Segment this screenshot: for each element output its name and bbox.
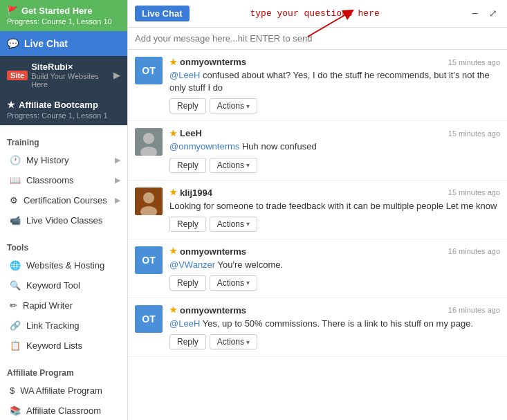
chat-container: Live Chat type your questions here − ⤢ [128, 0, 507, 420]
mention-4: @VWanzer [169, 259, 215, 270]
sidebar-item-certification[interactable]: ⚙ Certification Courses ▶ [0, 190, 127, 210]
chat-input[interactable] [135, 33, 500, 44]
message-time-5: 16 minutes ago [448, 306, 500, 314]
reply-button-2[interactable]: Reply [169, 158, 206, 173]
sidebar-affiliate-bootcamp[interactable]: ★ Affiliate Bootcamp Progress: Course 1,… [0, 94, 127, 125]
flag-icon: 🚩 [7, 6, 18, 16]
sidebar-item-rapid-writer[interactable]: ✏ Rapid Writer [0, 295, 127, 316]
minimize-button[interactable]: − [469, 8, 481, 20]
table-row: ★ LeeH 15 minutes ago @onmyownterms Huh … [128, 121, 507, 180]
message-time-2: 15 minutes ago [448, 129, 500, 138]
sidebar: 🚩 Get Started Here Progress: Course 1, L… [0, 0, 128, 420]
sidebar-site-rubix[interactable]: Site SiteRubi× Build Your Websites Here … [0, 56, 127, 94]
affiliate-bootcamp-progress: Progress: Course 1, Lesson 1 [7, 111, 120, 120]
keyword-label: Keyword Tool [26, 280, 80, 291]
actions-label-3: Actions [217, 219, 244, 229]
avatar: OT [135, 305, 163, 333]
message-header-1: ★ onmyownterms 15 minutes ago [169, 57, 500, 67]
message-actions-2: Reply Actions ▾ [169, 158, 500, 173]
mention-5: @LeeH [169, 318, 200, 329]
actions-button-1[interactable]: Actions ▾ [210, 98, 257, 113]
section-label-training: Training [0, 131, 127, 150]
author-name-1: onmyownterms [180, 57, 246, 67]
reply-button-1[interactable]: Reply [169, 98, 206, 113]
sidebar-item-affiliate-classroom[interactable]: 📚 Affiliate Classroom [0, 401, 127, 420]
actions-button-3[interactable]: Actions ▾ [210, 217, 257, 232]
affiliate-classroom-label: Affiliate Classroom [26, 405, 101, 416]
message-time-1: 15 minutes ago [448, 58, 500, 66]
message-text-3: Looking for someone to trade feedback wi… [169, 200, 500, 212]
star-icon-4: ★ [169, 246, 177, 256]
sidebar-item-live-video[interactable]: 📹 Live Video Classes [0, 210, 127, 230]
caret-icon-4: ▾ [246, 279, 250, 286]
section-label-tools: Tools [0, 236, 127, 255]
chat-input-area [128, 28, 507, 50]
sidebar-item-classrooms[interactable]: 📖 Classrooms ▶ [0, 170, 127, 190]
message-header-2: ★ LeeH 15 minutes ago [169, 128, 500, 138]
avatar: OT [135, 246, 163, 274]
video-icon: 📹 [10, 215, 21, 226]
message-body-5: ★ onmyownterms 16 minutes ago @LeeH Yes,… [169, 305, 500, 349]
table-row: OT ★ onmyownterms 15 minutes ago @LeeH c… [128, 50, 507, 121]
sidebar-item-wa-affiliate[interactable]: $ WA Affiliate Program [0, 381, 127, 401]
actions-button-4[interactable]: Actions ▾ [210, 275, 257, 291]
actions-button-2[interactable]: Actions ▾ [210, 158, 257, 173]
sidebar-item-my-history[interactable]: 🕐 My History ▶ [0, 150, 127, 170]
message-text-4: @VWanzer You're welcome. [169, 259, 500, 271]
gear-icon: ⚙ [10, 195, 18, 206]
get-started-title: Get Started Here [21, 6, 93, 16]
sidebar-get-started[interactable]: 🚩 Get Started Here Progress: Course 1, L… [0, 0, 127, 31]
mention-2: @onmyownterms [169, 141, 239, 152]
reply-button-5[interactable]: Reply [169, 334, 206, 349]
site-rubix-chevron: ▶ [113, 70, 120, 80]
maximize-button[interactable]: ⤢ [486, 8, 500, 20]
chat-icon: 💬 [7, 38, 19, 49]
actions-button-5[interactable]: Actions ▾ [210, 334, 257, 349]
get-started-progress: Progress: Course 1, Lesson 10 [7, 17, 120, 26]
edit-icon: ✏ [10, 300, 17, 311]
message-text-5: @LeeH Yes, up to 50% commissions. There … [169, 318, 500, 330]
wa-affiliate-label: WA Affiliate Program [20, 385, 102, 396]
svg-text:OT: OT [142, 65, 156, 76]
reply-button-4[interactable]: Reply [169, 275, 206, 291]
message-body-3: ★ klij1994 15 minutes ago Looking for so… [169, 188, 500, 232]
sidebar-item-websites[interactable]: 🌐 Websites & Hosting [0, 255, 127, 275]
sidebar-item-keyword-lists[interactable]: 📋 Keyword Lists [0, 336, 127, 356]
actions-label-5: Actions [217, 337, 244, 347]
message-author-2: ★ LeeH [169, 128, 202, 138]
table-row: OT ★ onmyownterms 16 minutes ago @LeeH Y… [128, 298, 507, 357]
actions-label-2: Actions [217, 161, 244, 170]
caret-icon-5: ▾ [246, 338, 250, 346]
message-body-4: ★ onmyownterms 16 minutes ago @VWanzer Y… [169, 246, 500, 291]
user-avatar-2 [135, 128, 163, 156]
classrooms-chevron: ▶ [115, 176, 120, 185]
message-text-2: @onmyownterms Huh now confused [169, 140, 500, 153]
message-actions-3: Reply Actions ▾ [169, 217, 500, 232]
table-row: ★ klij1994 15 minutes ago Looking for so… [128, 181, 507, 239]
sidebar-item-keyword[interactable]: 🔍 Keyword Tool [0, 275, 127, 295]
globe-icon: 🌐 [10, 260, 21, 271]
link-icon: 🔗 [10, 320, 21, 331]
author-name-5: onmyownterms [180, 305, 246, 316]
live-chat-label: Live Chat [24, 38, 68, 49]
author-name-2: LeeH [180, 128, 202, 138]
caret-icon-2: ▾ [246, 161, 250, 169]
message-body-2: ★ LeeH 15 minutes ago @onmyownterms Huh … [169, 128, 500, 172]
message-author-3: ★ klij1994 [169, 188, 212, 198]
sidebar-item-link-tracking[interactable]: 🔗 Link Tracking [0, 316, 127, 336]
caret-icon-3: ▾ [246, 220, 250, 228]
reply-button-3[interactable]: Reply [169, 217, 206, 232]
message-header-5: ★ onmyownterms 16 minutes ago [169, 305, 500, 316]
site-rubix-subtitle: Build Your Websites Here [31, 72, 113, 89]
my-history-chevron: ▶ [115, 156, 120, 165]
sidebar-live-chat[interactable]: 💬 Live Chat [0, 31, 127, 56]
message-header-3: ★ klij1994 15 minutes ago [169, 188, 500, 198]
avatar [135, 188, 163, 215]
svg-text:OT: OT [142, 255, 156, 266]
message-actions-4: Reply Actions ▾ [169, 275, 500, 291]
rapid-writer-label: Rapid Writer [23, 300, 73, 311]
message-header-4: ★ onmyownterms 16 minutes ago [169, 246, 500, 257]
star-icon-5: ★ [169, 305, 177, 315]
star-icon-1: ★ [169, 57, 177, 67]
message-text-1: @LeeH confused about what? Yes, I do the… [169, 69, 500, 94]
